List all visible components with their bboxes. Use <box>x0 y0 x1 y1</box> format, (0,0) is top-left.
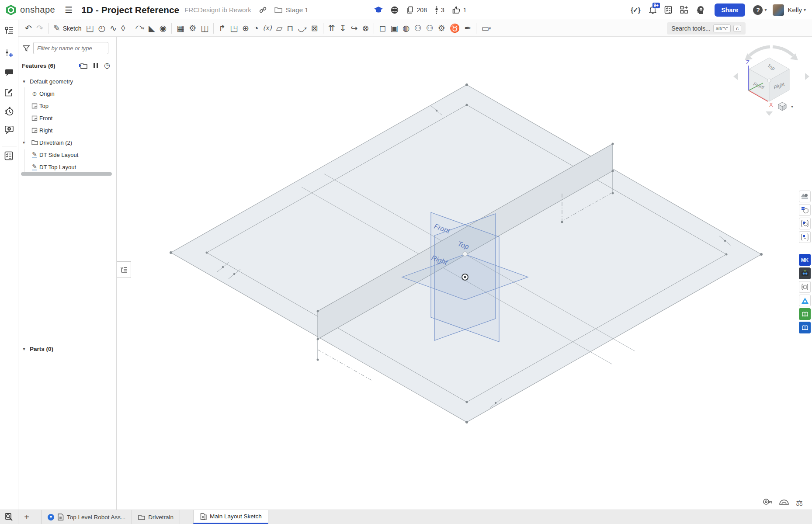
flatten-icon[interactable]: ↧ <box>340 24 347 32</box>
move-face-icon[interactable]: ↪ <box>351 24 358 32</box>
plane-icon[interactable]: ▱ <box>276 24 283 32</box>
protractor-icon[interactable] <box>779 498 789 508</box>
create-branch-icon[interactable] <box>4 49 14 59</box>
comments-icon[interactable] <box>4 69 14 77</box>
assembly-context-icon[interactable]: ◳ <box>230 24 238 32</box>
fillet-caret-icon[interactable]: ▾ <box>142 26 144 31</box>
view-mode-button[interactable]: ▾ <box>777 101 793 111</box>
chamfer-icon[interactable]: ◣ <box>149 24 155 32</box>
redo-icon[interactable]: ↷ <box>36 24 43 32</box>
search-tools[interactable]: Search tools... alt/⌥ c <box>667 22 746 35</box>
surface-fillet-icon[interactable]: ◡ <box>298 24 305 32</box>
loft-icon[interactable]: ◊ <box>121 24 125 32</box>
sketch-button[interactable]: ✎Sketch <box>53 24 82 32</box>
named-positions-icon[interactable] <box>799 204 811 216</box>
transform-icon[interactable]: ↱ <box>219 24 226 32</box>
custom-gear-icon[interactable]: ⚙ <box>438 24 445 32</box>
delete-face-icon[interactable]: ⊗ <box>362 24 369 32</box>
user-name[interactable]: Kelly <box>788 6 802 14</box>
filter-input[interactable] <box>33 42 108 54</box>
plane-handle[interactable] <box>463 252 467 256</box>
notes-icon[interactable] <box>4 88 13 97</box>
view-cube[interactable]: Top Front Right Z X <box>730 42 812 120</box>
sweep-icon[interactable]: ∿ <box>110 24 117 32</box>
ai-advisor-icon[interactable] <box>696 6 705 14</box>
parts-header-row[interactable]: ▾ Parts (0) <box>18 343 116 355</box>
fillet-icon[interactable]: ◠ <box>135 24 142 32</box>
user-caret-icon[interactable]: ▾ <box>804 7 806 12</box>
tab-main-layout-sketch[interactable]: Main Layout Sketch <box>193 510 268 524</box>
composite-part-icon[interactable]: ▣ <box>390 24 398 32</box>
history-stopwatch-icon[interactable] <box>4 107 14 116</box>
green-manual-icon[interactable] <box>799 308 811 320</box>
triangle-app-icon[interactable] <box>799 295 811 306</box>
suppress-pause-icon[interactable] <box>94 63 98 68</box>
chevron-down-icon[interactable]: ▾ <box>18 346 30 352</box>
notifications-bell-icon[interactable]: 9+ <box>649 6 656 14</box>
tab-top-level-robot-assembly[interactable]: ▼ Top Level Robot Ass... <box>41 510 132 524</box>
undo-icon[interactable]: ↶ <box>25 24 32 32</box>
rib-icon[interactable]: ◫ <box>201 24 208 32</box>
panel-toggle-button[interactable] <box>117 261 131 278</box>
3d-viewport[interactable]: Front Top Right Top <box>117 37 812 510</box>
workspace-name[interactable]: Stage 1 <box>286 6 309 14</box>
featurescript-icon[interactable]: {✓} <box>631 6 640 14</box>
tape-measure-icon[interactable] <box>763 498 772 508</box>
feature-plane-front[interactable]: Front <box>18 112 116 124</box>
thicken-icon[interactable]: ⇈ <box>328 24 335 32</box>
feature-plane-top[interactable]: Top <box>18 100 116 112</box>
mass-properties-icon[interactable]: ⚖ <box>796 498 803 508</box>
document-title[interactable]: 1D - Project Reference <box>81 5 179 15</box>
section-grid-icon[interactable] <box>799 218 811 229</box>
delete-surface-icon[interactable]: ⊠ <box>311 24 318 32</box>
export-app-icon[interactable] <box>799 281 811 293</box>
extrude-icon[interactable]: ◰ <box>86 24 94 32</box>
custom-nut-icon[interactable]: ◍ <box>403 24 410 32</box>
circular-pattern-icon[interactable]: ⚙ <box>189 24 196 32</box>
feature-sketch-dt-side-layout[interactable]: ✎ DT Side Layout <box>18 149 116 161</box>
branch-dots-icon[interactable] <box>435 6 438 14</box>
display-states-icon[interactable] <box>799 191 811 202</box>
follow-checklist-icon[interactable] <box>4 151 13 160</box>
robot-app-icon[interactable] <box>799 267 811 279</box>
filter-funnel-icon[interactable] <box>23 45 30 52</box>
onshape-logo-icon[interactable] <box>5 4 17 16</box>
help-icon[interactable]: ? <box>753 5 763 15</box>
surface-caret-icon[interactable]: ▾ <box>305 26 307 31</box>
user-avatar[interactable] <box>773 4 784 16</box>
blue-manual-icon[interactable] <box>799 322 811 333</box>
surface-icon[interactable]: ⊓ <box>287 24 293 32</box>
grid-variable-icon[interactable] <box>799 231 811 243</box>
share-button[interactable]: Share <box>715 3 746 17</box>
origin-marker[interactable] <box>462 274 468 280</box>
variable-icon[interactable]: (x) <box>263 25 272 31</box>
link-icon[interactable] <box>259 6 267 14</box>
learning-center-icon[interactable] <box>4 126 14 135</box>
feature-plane-right[interactable]: Right <box>18 124 116 136</box>
custom-robot-icon[interactable]: ⚇ <box>414 24 422 32</box>
feature-folder-drivetrain[interactable]: ▾ Drivetrain (2) <box>18 136 116 149</box>
primitive-cube-icon[interactable]: ◻ <box>379 24 386 32</box>
revolve-icon[interactable]: ◴ <box>98 24 106 32</box>
sticker-caret-icon[interactable]: ▾ <box>489 26 491 31</box>
tab-drivetrain-folder[interactable]: Drivetrain <box>132 510 180 524</box>
versions-icon[interactable] <box>4 26 14 35</box>
copies-icon[interactable] <box>406 6 414 14</box>
folder-icon[interactable] <box>274 7 282 13</box>
helix-icon[interactable]: ◔ <box>253 24 258 32</box>
feature-group-default-geometry[interactable]: ▾ Default geometry <box>18 75 116 87</box>
sticker-icon[interactable]: ▭ <box>481 24 489 32</box>
new-folder-icon[interactable] <box>79 62 87 69</box>
help-caret-icon[interactable]: ▾ <box>764 7 767 12</box>
apps-grid-icon[interactable] <box>680 6 688 14</box>
rollback-clock-icon[interactable]: ◷ <box>104 62 110 69</box>
hole-icon[interactable]: ◉ <box>160 24 167 32</box>
main-menu-icon[interactable]: ☰ <box>65 5 73 15</box>
like-icon[interactable] <box>452 6 461 14</box>
feature-origin[interactable]: ⊙ Origin <box>18 87 116 100</box>
panel-horizontal-scrollbar[interactable] <box>21 172 112 176</box>
mkcad-app-icon[interactable]: MK <box>799 254 811 266</box>
boolean-icon[interactable]: ⊕ <box>242 24 249 32</box>
custom-robot2-icon[interactable]: ⚇ <box>426 24 434 32</box>
tasks-checklist-icon[interactable] <box>664 6 672 14</box>
